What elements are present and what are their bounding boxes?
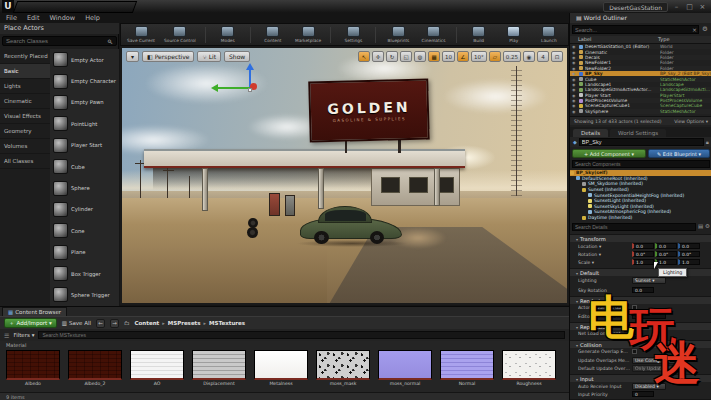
outliner-row-postprocess[interactable]: ◉PostProcessVolumePostProcessVolume <box>570 98 711 103</box>
actor-item-box-trigger[interactable]: Box Trigger <box>50 263 119 284</box>
visibility-eye-icon[interactable]: ◉ <box>572 60 577 65</box>
asset-tile-albedo[interactable]: Albedo <box>4 350 62 390</box>
rotation-x-field[interactable]: 0.0° <box>632 251 654 257</box>
modes-button[interactable]: Modes <box>215 26 241 43</box>
visibility-eye-icon[interactable]: ◉ <box>572 109 577 114</box>
back-button[interactable]: ← <box>96 319 105 328</box>
breadcrumb-mstextures[interactable]: MSTextures <box>209 320 245 326</box>
actor-item-sphere-trigger[interactable]: Sphere Trigger <box>50 284 119 305</box>
location-x-field[interactable]: 0.0 <box>632 243 654 249</box>
outliner-row-cube[interactable]: ◉CubeStaticMeshActor <box>570 76 711 81</box>
visibility-eye-icon[interactable]: ◉ <box>572 44 577 49</box>
outliner-row-folder[interactable]: ◉NewFolder1Folder <box>570 60 711 65</box>
menu-help[interactable]: Help <box>85 14 100 22</box>
actor-item-cube[interactable]: Cube <box>50 156 119 177</box>
category-volumes[interactable]: Volumes <box>0 139 50 154</box>
tab-world-settings[interactable]: World Settings <box>610 129 666 137</box>
outliner-row-bp-sky-selected[interactable]: ◉BP_SkyBP_Sky_2 (Edit BP_Sky) <box>570 71 711 76</box>
visibility-eye-icon[interactable]: ◉ <box>572 98 577 103</box>
camera-speed-value[interactable]: 4 <box>537 51 549 62</box>
actor-item-empty-character[interactable]: Empty Character <box>50 70 119 91</box>
outliner-row-landscape-gizmo[interactable]: ◉LandscapeGizmoActiveActor...LandscapeGi… <box>570 87 711 92</box>
filters-button[interactable]: Filters ▾ <box>13 332 34 338</box>
grid-snap-value[interactable]: 10 <box>442 51 455 62</box>
outliner-row-player-start[interactable]: ◉Player StartPlayerStart <box>570 93 711 98</box>
menu-edit[interactable]: Edit <box>27 14 40 22</box>
breadcrumb-mspresets[interactable]: MSPresets <box>168 320 201 326</box>
component-daytime[interactable]: Daytime (Inherited) <box>570 215 711 221</box>
rotate-tool-button[interactable]: ↻ <box>386 51 398 62</box>
actor-name-field[interactable] <box>579 138 704 146</box>
auto-receive-input-dropdown[interactable]: Disabled ▾ <box>632 383 666 390</box>
outliner-search-input[interactable] <box>572 25 699 34</box>
lit-button[interactable]: 💡︎Lit <box>197 51 221 62</box>
outliner-row-skysphere[interactable]: ◉SkySphereStaticMeshActor <box>570 109 711 114</box>
actor-item-pointlight[interactable]: PointLight <box>50 113 119 134</box>
scale-snap-value[interactable]: 0.25 <box>503 51 521 62</box>
asset-search-input[interactable] <box>38 331 565 339</box>
rotation-snap-value[interactable]: 10° <box>471 51 487 62</box>
update-overlaps-dropdown[interactable]: Use Config Default ▾ <box>632 357 685 364</box>
clear-search-icon[interactable]: × <box>692 26 697 33</box>
maximize-button[interactable]: □ <box>685 3 694 11</box>
rotation-z-field[interactable]: 0.0° <box>678 251 700 257</box>
details-search-input[interactable] <box>572 223 696 231</box>
list-view-icon[interactable]: ☰ <box>4 332 9 339</box>
section-input[interactable]: Input <box>570 374 711 382</box>
category-recently-placed[interactable]: Recently Placed <box>0 49 50 64</box>
asset-tile-albedo2[interactable]: Albedo_2 <box>66 350 124 390</box>
forward-button[interactable]: → <box>110 319 119 328</box>
minimize-button[interactable]: – <box>672 3 681 11</box>
tab-details[interactable]: Details <box>573 129 608 137</box>
scale-x-field[interactable]: 1.0 <box>632 259 654 265</box>
visibility-eye-icon[interactable]: ◉ <box>572 82 577 87</box>
save-current-button[interactable]: Save Current <box>127 26 155 43</box>
lighting-dropdown[interactable]: Sunset ▾ <box>632 277 666 284</box>
show-button[interactable]: Show <box>224 51 250 62</box>
launch-button[interactable]: Launch <box>536 26 562 43</box>
outliner-row-folder[interactable]: ◉DecalsFolder <box>570 55 711 60</box>
category-lights[interactable]: Lights <box>0 79 50 94</box>
rotation-y-field[interactable]: 0.0° <box>655 251 677 257</box>
perspective-button[interactable]: ◧Perspective <box>142 51 194 62</box>
details-filter-icon[interactable]: ▤ ⚙ <box>698 223 710 229</box>
world-local-toggle[interactable]: ◍ <box>414 51 426 62</box>
actor-item-sphere[interactable]: Sphere <box>50 177 119 198</box>
overlap-events-checkbox[interactable] <box>632 349 637 354</box>
content-browser-tab[interactable]: ▦ Content Browser <box>2 307 67 316</box>
edit-blueprint-button[interactable]: ✎ Edit Blueprint ▾ <box>648 149 710 158</box>
level-tab[interactable] <box>13 1 137 13</box>
asset-tile-moss-normal[interactable]: moss_normal <box>376 350 434 390</box>
asset-tile-displacement[interactable]: Displacement <box>190 350 248 390</box>
scale-tool-button[interactable]: ◱ <box>400 51 412 62</box>
location-z-field[interactable]: 0.0 <box>678 243 700 249</box>
play-button[interactable]: Play <box>501 26 527 43</box>
outliner-row-folder[interactable]: ◉NewFolder2Folder <box>570 66 711 71</box>
outliner-row-landscape[interactable]: ◉Landscape1Landscape <box>570 82 711 87</box>
outliner-row-folder[interactable]: ◉CinematicFolder <box>570 49 711 54</box>
input-priority-field[interactable]: 0 <box>632 391 654 397</box>
close-button[interactable]: × <box>698 3 707 11</box>
viewport[interactable]: GOLDEN GASOLINE & SUPPLIES ▾ ◧Perspectiv… <box>120 46 569 305</box>
default-overlaps-dropdown[interactable]: Only Update Movable ▾ <box>632 365 691 372</box>
asset-tile-roughness[interactable]: Roughness <box>500 350 558 390</box>
section-collision[interactable]: Collision <box>570 340 711 348</box>
save-all-button[interactable]: ▥Save All <box>62 320 91 326</box>
net-load-checkbox[interactable]: ✓ <box>632 331 637 336</box>
actor-item-empty-pawn[interactable]: Empty Pawn <box>50 92 119 113</box>
outliner-settings-icon[interactable]: ⚙ <box>702 25 708 33</box>
category-geometry[interactable]: Geometry <box>0 124 50 139</box>
visibility-eye-icon[interactable]: ◉ <box>572 55 577 60</box>
place-actors-search-input[interactable] <box>2 36 117 46</box>
camera-speed-icon[interactable]: ◉ <box>523 51 535 62</box>
cinematics-button[interactable]: Cinematics <box>421 26 447 43</box>
category-basic[interactable]: Basic <box>0 64 50 79</box>
asset-tile-moss-mask[interactable]: moss_mask <box>314 350 372 390</box>
grid-snap-icon[interactable]: ▦ <box>428 51 440 62</box>
category-visual-effects[interactable]: Visual Effects <box>0 109 50 124</box>
select-tool-button[interactable]: ↖ <box>358 51 370 62</box>
visibility-eye-icon[interactable]: ◉ <box>572 71 577 76</box>
add-component-button[interactable]: + Add Component ▾ <box>572 149 646 158</box>
rotation-snap-icon[interactable]: ∠ <box>457 51 469 62</box>
visibility-eye-icon[interactable]: ◉ <box>572 87 577 92</box>
